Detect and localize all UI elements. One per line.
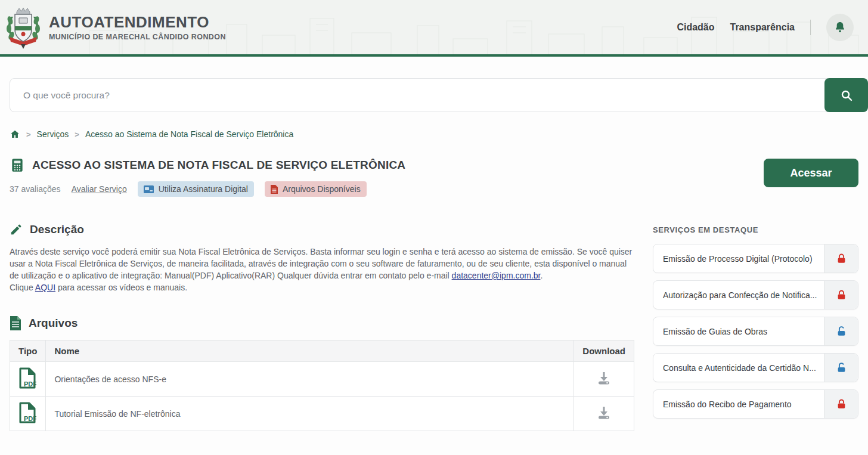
card-icon: [144, 185, 154, 193]
pdf-file-icon: PDF: [18, 402, 36, 424]
file-name-cell: Orientações de acesso NFS-e: [46, 362, 574, 397]
notifications-button[interactable]: [826, 14, 854, 41]
lock-open-icon: [836, 362, 847, 373]
featured-services-heading: SERVIÇOS EM DESTAQUE: [653, 225, 858, 234]
header-divider: [810, 20, 811, 35]
download-icon: [596, 371, 612, 385]
featured-service-card[interactable]: Emissão do Recibo de Pagamento: [653, 389, 858, 419]
description-line2-part1: Clique: [10, 283, 35, 292]
featured-service-card[interactable]: Autorização para Confecção de Notifica..…: [653, 280, 858, 309]
featured-service-card[interactable]: Consulta e Autenticidade da Certidão N..…: [653, 353, 858, 382]
files-table: Tipo Nome Download PDF: [10, 340, 634, 431]
table-row: PDF Orientações de acesso NFS-e: [10, 362, 634, 397]
brand[interactable]: AUTOATENDIMENTO MUNICÍPIO DE MARECHAL CÂ…: [6, 6, 226, 49]
document-icon: [10, 316, 21, 330]
lock-closed-icon: [836, 253, 847, 264]
nav-link-cidadao[interactable]: Cidadão: [677, 22, 714, 33]
search-section: [0, 57, 868, 112]
municipal-coat-of-arms-logo: [6, 6, 41, 49]
download-button[interactable]: [596, 371, 612, 387]
nav-link-transparencia[interactable]: Transparência: [730, 22, 795, 33]
pdf-file-icon: PDF: [18, 367, 36, 389]
files-section: Arquivos Tipo Nome Download: [10, 316, 634, 431]
lock-badge: [824, 281, 858, 309]
featured-service-card[interactable]: Emissão de Processo Digital (Protocolo): [653, 244, 858, 273]
email-link[interactable]: datacenter@ipm.com.br: [452, 271, 541, 280]
table-row: PDF Tutorial Emissão de NF-eletrônica: [10, 397, 634, 431]
bell-icon: [833, 20, 847, 35]
breadcrumb-servicos[interactable]: Serviços: [37, 129, 69, 139]
pencil-icon: [10, 223, 23, 236]
lock-badge: [824, 354, 858, 382]
calculator-icon icon-green: [10, 157, 25, 173]
description-line2-part2: para acessar os vídeos e manuais.: [55, 283, 187, 292]
description-text: Através deste serviço você poderá emitir…: [10, 246, 634, 281]
file-type-cell: PDF: [10, 362, 46, 397]
app-title: AUTOATENDIMENTO: [49, 13, 226, 32]
lock-badge: [824, 390, 858, 418]
description-heading: Descrição: [30, 223, 84, 236]
file-type-cell: PDF: [10, 397, 46, 431]
lock-closed-icon: [836, 398, 847, 410]
column-header-nome: Nome: [46, 341, 574, 362]
page-title: ACESSO AO SISTEMA DE NOTA FISCAL DE SERV…: [32, 159, 405, 172]
svg-text:PDF: PDF: [24, 380, 36, 388]
access-button[interactable]: Acessar: [764, 159, 858, 187]
breadcrumb-separator: >: [75, 130, 79, 139]
rate-service-link[interactable]: Avaliar Serviço: [72, 184, 127, 194]
brand-text: AUTOATENDIMENTO MUNICÍPIO DE MARECHAL CÂ…: [49, 13, 226, 41]
lock-badge: [824, 317, 858, 345]
download-button[interactable]: [596, 406, 612, 422]
column-header-tipo: Tipo: [10, 341, 46, 362]
search-input[interactable]: [10, 78, 828, 112]
featured-service-label: Consulta e Autenticidade da Certidão N..…: [653, 354, 824, 382]
app-subtitle: MUNICÍPIO DE MARECHAL CÂNDIDO RONDON: [49, 33, 226, 41]
breadcrumb: > Serviços > Acesso ao Sistema de Nota F…: [0, 112, 868, 140]
featured-service-label: Autorização para Confecção de Notifica..…: [653, 281, 824, 309]
lock-badge: [824, 244, 858, 273]
aqui-link[interactable]: AQUI: [35, 283, 55, 292]
lock-closed-icon: [836, 289, 847, 301]
file-download-cell: [574, 397, 634, 431]
file-name-cell: Tutorial Emissão de NF-eletrônica: [46, 397, 574, 431]
column-header-download: Download: [574, 341, 634, 362]
badge-label: Utiliza Assinatura Digital: [159, 184, 248, 194]
main-content: Descrição Através deste serviço você pod…: [10, 223, 634, 431]
lock-open-icon: [836, 326, 847, 337]
file-icon: [271, 185, 278, 194]
files-available-badge: Arquivos Disponíveis: [265, 181, 367, 197]
description-line2: Clique AQUI para acessar os vídeos e man…: [10, 281, 634, 293]
service-header: ACESSO AO SISTEMA DE NOTA FISCAL DE SERV…: [0, 140, 868, 197]
file-download-cell: [574, 362, 634, 397]
breadcrumb-separator: >: [26, 130, 31, 139]
featured-service-card[interactable]: Emissão de Guias de Obras: [653, 317, 858, 346]
svg-text:PDF: PDF: [24, 415, 36, 422]
download-icon: [596, 406, 612, 420]
home-icon[interactable]: [10, 129, 20, 140]
featured-service-label: Emissão do Recibo de Pagamento: [653, 390, 824, 418]
badge-label: Arquivos Disponíveis: [283, 184, 361, 194]
search-button[interactable]: [824, 78, 868, 112]
featured-services-sidebar: SERVIÇOS EM DESTAQUE Emissão de Processo…: [653, 223, 858, 426]
featured-service-label: Emissão de Processo Digital (Protocolo): [653, 244, 824, 273]
app-header: AUTOATENDIMENTO MUNICÍPIO DE MARECHAL CÂ…: [0, 0, 868, 57]
ratings-count: 37 avaliações: [10, 184, 61, 194]
digital-signature-badge: Utiliza Assinatura Digital: [138, 181, 254, 197]
featured-service-label: Emissão de Guias de Obras: [653, 317, 824, 345]
search-icon: [839, 88, 854, 103]
breadcrumb-current-page[interactable]: Acesso ao Sistema de Nota Fiscal de Serv…: [85, 129, 293, 139]
files-heading: Arquivos: [29, 317, 78, 330]
description-text-part2: .: [540, 271, 542, 280]
